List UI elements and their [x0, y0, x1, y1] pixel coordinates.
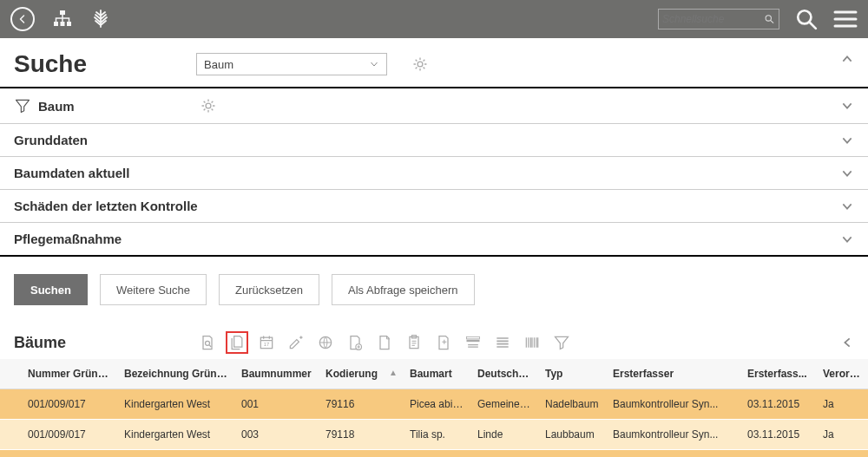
th-baumnummer[interactable]: Baumnummer	[234, 359, 319, 389]
tb-barcode[interactable]	[521, 331, 543, 354]
tb-doc-add2[interactable]	[432, 331, 455, 354]
section-grunddaten[interactable]: Grunddaten	[0, 124, 868, 157]
cell-nummer: 001/009/017	[0, 389, 117, 420]
svg-rect-16	[467, 336, 480, 339]
cell-art: Picea abies	[403, 389, 470, 420]
tb-copy[interactable]	[226, 331, 248, 354]
tb-calendar[interactable]: 17	[255, 331, 278, 354]
page-title: Suche	[14, 50, 196, 78]
th-kodierung[interactable]: Kodierung▲	[319, 359, 403, 389]
tb-inspect[interactable]	[196, 331, 219, 354]
section-expand-button[interactable]	[840, 199, 854, 213]
th-baumart[interactable]: Baumart	[403, 359, 470, 389]
quicksearch[interactable]	[658, 9, 779, 29]
svg-point-6	[418, 62, 423, 67]
menu-button[interactable]	[833, 9, 858, 29]
th-deutscher[interactable]: Deutscher ...	[470, 359, 538, 389]
tb-add-doc[interactable]	[344, 331, 366, 354]
reset-button[interactable]: Zurücksetzen	[219, 274, 319, 305]
cell-date: 03.11.2015	[740, 389, 816, 420]
th-verortet[interactable]: Verortet	[816, 359, 868, 389]
tb-edit[interactable]	[285, 331, 307, 354]
search-sections: Baum Grunddaten Baumdaten aktuell Schäde…	[0, 88, 868, 257]
th-ersterfass[interactable]: Ersterfass...	[740, 359, 816, 389]
topbar	[0, 0, 868, 38]
barcode-icon	[523, 334, 541, 351]
cell-bnum: 006	[234, 450, 319, 458]
svg-text:17: 17	[264, 342, 269, 347]
cell-art: Tilia sp.	[403, 420, 470, 450]
table-body: 001/009/017Kindergarten West00179116Pice…	[0, 389, 868, 458]
tb-clipboard[interactable]	[403, 331, 425, 354]
save-query-button[interactable]: Als Abfrage speichern	[332, 274, 474, 305]
cell-bez: Kindergarten West	[117, 389, 234, 420]
tb-table[interactable]	[462, 331, 484, 354]
results-title: Bäume	[14, 334, 196, 352]
advanced-search-button[interactable]	[795, 8, 818, 30]
cell-kod: 92047	[319, 450, 403, 458]
cell-ver: Nein	[816, 450, 868, 458]
th-typ[interactable]: Typ	[538, 359, 606, 389]
sitemap-button[interactable]	[52, 9, 73, 29]
tb-list[interactable]	[491, 331, 514, 354]
back-button[interactable]	[10, 7, 35, 31]
results-toolbar: 17	[196, 331, 573, 354]
search-settings-button[interactable]	[411, 55, 429, 73]
chevron-down-icon	[840, 99, 854, 113]
cell-typ: Nadelbaum	[538, 450, 606, 458]
th-nummer[interactable]: Nummer Grünanlage	[0, 359, 117, 389]
svg-rect-0	[60, 10, 65, 15]
svg-point-7	[206, 103, 211, 108]
filter-settings-button[interactable]	[200, 97, 217, 114]
gear-icon	[411, 55, 429, 73]
more-search-button[interactable]: Weitere Suche	[100, 274, 207, 305]
table-header-row: Nummer Grünanlage Bezeichnung Grünan...▽…	[0, 359, 868, 389]
section-label: Schäden der letzten Kontrolle	[14, 199, 198, 213]
table-row[interactable]: 001/009/017Kindergarten West00379118Tili…	[0, 420, 868, 450]
tb-globe[interactable]	[314, 331, 337, 354]
collapse-search-button[interactable]	[840, 52, 854, 66]
topbar-right	[658, 8, 858, 30]
section-expand-button[interactable]	[840, 232, 854, 246]
section-pflege[interactable]: Pflegemaßnahme	[0, 223, 868, 257]
hamburger-icon	[833, 9, 858, 29]
section-label: Grunddaten	[14, 133, 88, 147]
magnifier-icon	[795, 8, 818, 30]
list-icon	[494, 334, 511, 351]
section-label: Baumdaten aktuell	[14, 166, 129, 180]
svg-point-8	[206, 341, 210, 345]
tree-icon	[90, 8, 111, 30]
table-row[interactable]: 001/009/017Kindergarten West00179116Pice…	[0, 389, 868, 420]
doc-plus2-icon	[435, 334, 452, 351]
search-button[interactable]: Suchen	[14, 274, 88, 305]
tree-button[interactable]	[90, 8, 111, 30]
th-ersterfasser[interactable]: Ersterfasser	[606, 359, 740, 389]
tb-filter[interactable]	[550, 331, 573, 354]
topbar-left	[10, 7, 111, 31]
results-collapse-button[interactable]	[840, 336, 854, 349]
cell-art: Picea abies	[403, 450, 470, 458]
cell-dn: Gemeine F...	[470, 389, 538, 420]
cell-erf: Baumkontrolleur Syn...	[606, 420, 740, 450]
chevron-down-icon	[840, 166, 854, 180]
th-bezeichnung[interactable]: Bezeichnung Grünan...▽	[117, 359, 234, 389]
section-baumdaten[interactable]: Baumdaten aktuell	[0, 157, 868, 190]
section-schaeden[interactable]: Schäden der letzten Kontrolle	[0, 190, 868, 223]
cell-typ: Nadelbaum	[538, 389, 606, 420]
filter-row-baum[interactable]: Baum	[0, 88, 868, 124]
cell-ver: Ja	[816, 389, 868, 420]
section-expand-button[interactable]	[840, 99, 854, 113]
funnel-icon	[14, 97, 31, 114]
cell-dn: Linde	[470, 420, 538, 450]
chevron-down-icon	[840, 199, 854, 213]
doc-search-icon	[199, 334, 216, 351]
section-expand-button[interactable]	[840, 166, 854, 180]
tb-doc[interactable]	[373, 331, 396, 354]
section-expand-button[interactable]	[840, 134, 854, 147]
svg-rect-2	[61, 22, 65, 26]
search-type-select[interactable]: Baum	[196, 53, 387, 75]
cell-ver: Ja	[816, 420, 868, 450]
table-row[interactable]: 001/009/017Kindergarten West00692047Pice…	[0, 450, 868, 458]
quicksearch-input[interactable]	[662, 13, 764, 25]
svg-rect-1	[54, 22, 58, 26]
